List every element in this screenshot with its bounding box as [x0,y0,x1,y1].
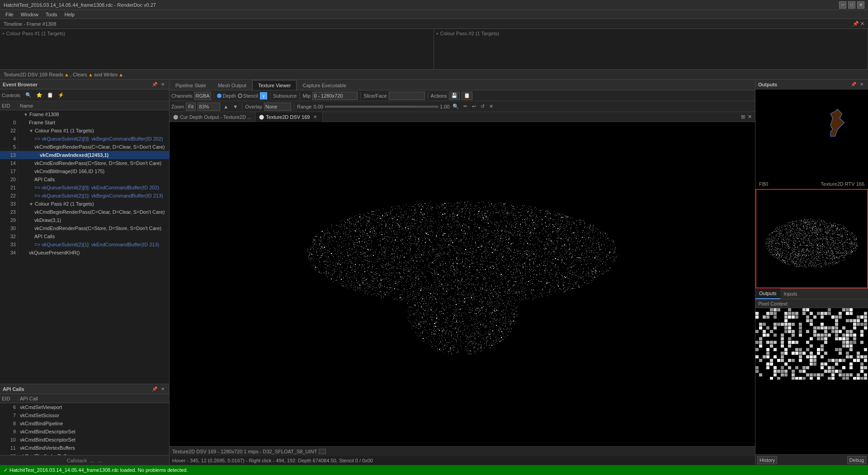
sub-tab-bar: ⬤ Cur Depth Output - Texture2D ... ⬤ Tex… [170,112,755,122]
range-edit-button[interactable]: ✏ [462,103,469,110]
menu-help[interactable]: Help [61,10,79,19]
event-table-header: EID Name [0,101,169,110]
api-row-8[interactable]: 8 vkCmdBindPipeline [0,419,169,428]
tab-mesh-output[interactable]: Mesh Output [212,80,252,90]
event-copy-button[interactable]: 📋 [46,92,55,99]
warn-icon-3: ▲ [118,72,123,77]
range-reset-button[interactable]: ↺ [479,103,486,110]
timeline-pin-icon[interactable]: 📌 ✕ [853,21,864,27]
debug-button[interactable]: Debug [847,456,866,464]
zoom-down-button[interactable]: ▼ [231,103,239,110]
texture-status-text: Texture2D DSV 169 - 1280x720 1 mips - D3… [172,449,317,454]
zoom-toolbar: Zoom Fit 83% ▲ ▼ Overlay None Range 0.00… [170,101,755,112]
outputs-pin-button[interactable]: 📌 [850,81,857,88]
event-row-0[interactable]: 0 Frame Start [0,118,169,127]
mip-label: Mip [302,93,311,99]
event-row-colour-pass-2[interactable]: 33 ▼ Colour Pass #2 (1 Targets) [0,200,169,208]
range-clear-button[interactable]: ✕ [488,103,495,110]
event-search-button[interactable]: 🔍 [24,92,33,99]
outputs-header: Outputs 📌 ✕ [755,80,868,89]
history-button[interactable]: History [757,456,777,464]
pixel-context-title: Pixel Context [758,301,788,306]
range-slider[interactable] [325,106,438,108]
toolbar-sep-6 [242,103,242,110]
event-row-17[interactable]: 17 vkCmdBlitImage(ID 166,ID 175) [0,167,169,175]
status-text: HatchitTest_2016.03.14_14.05.44_frame130… [9,467,188,473]
menu-file[interactable]: File [2,10,17,19]
zoom-select[interactable]: 83% [198,103,220,111]
event-row-23[interactable]: 23 vkCmdBeginRenderPass(C=Clear, D=Clear… [0,208,169,216]
outputs-close-button[interactable]: ✕ [858,81,865,88]
api-row-12[interactable]: 12 vkCmdBindIndexBuffer [0,452,169,455]
texture-expand-button[interactable]: ⊞ [740,113,746,120]
callstack-bar: Callstack ... ... [0,455,169,465]
stencil-value-btn[interactable]: y [260,92,267,99]
event-row-13[interactable]: 13 vkCmdDrawIndexed(12453,1) [0,151,169,159]
outputs-tab-inputs[interactable]: Inputs [780,288,801,299]
event-row-4[interactable]: 4 => vkQueueSubmit(2)[0]: vkBeginCommand… [0,135,169,143]
menu-tools[interactable]: Tools [42,10,61,19]
event-row-29[interactable]: 29 vkDraw(3,1) [0,216,169,224]
menu-window[interactable]: Window [17,10,42,19]
api-row-9[interactable]: 9 vkCmdBindDescriptorSet [0,428,169,436]
api-calls-title: API Calls [3,386,24,392]
toolbar-sep-4 [360,92,361,99]
right-panel: Outputs 📌 ✕ FB0 Texture2D RTV 166 Output… [755,80,868,465]
tab-capture-executable[interactable]: Capture Executable [297,80,352,90]
pixel-context-header: Pixel Context [755,299,868,308]
event-row-5[interactable]: 5 vkCmdBeginRenderPass(C=Clear, D=Clear,… [0,143,169,151]
event-browser-title: Event Browser [3,82,38,87]
fit-button[interactable]: Fit [186,103,196,111]
zoom-label: Zoom [171,104,184,109]
event-row-colour-pass-1[interactable]: 22 ▼ Colour Pass #1 (1 Targets) [0,127,169,135]
outputs-tab-outputs[interactable]: Outputs [755,288,780,299]
toolbar-sep-7 [294,103,294,110]
api-call-col-header: API Call [18,396,169,401]
overlay-select[interactable]: None [264,103,291,111]
minimize-button[interactable]: ─ [839,1,846,9]
event-filter-button[interactable]: ⚡ [57,92,66,99]
api-panel-close-button[interactable]: ✕ [159,386,166,393]
event-row-14[interactable]: 14 vkCmdEndRenderPass(C=Store, D=Store, … [0,159,169,167]
texture-panel-close-button[interactable]: ✕ [746,113,753,120]
depth-radio[interactable]: Depth [217,93,236,99]
event-bookmark-button[interactable]: ⭐ [35,92,44,99]
info-text-2: , Clears [70,72,87,77]
maximize-button[interactable]: □ [848,1,855,9]
outputs-panel-controls: 📌 ✕ [850,81,865,88]
app-title: HatchitTest_2016.03.14_14.05.44_frame130… [4,2,156,8]
sub-tab-close-button[interactable]: ✕ [311,113,319,121]
save-action-button[interactable]: 💾 [449,92,460,100]
sub-tab-dsv-169[interactable]: ⬤ Texture2D DSV 169 ✕ [255,112,323,122]
event-row-33[interactable]: 33 => vkQueueSubmit(2)[1]: vkEndCommandB… [0,240,169,249]
zoom-up-button[interactable]: ▲ [222,103,230,110]
close-button[interactable]: ✕ [857,1,864,9]
slice-face-select[interactable] [389,92,425,100]
tab-texture-viewer[interactable]: Texture Viewer [252,80,297,90]
slice-face-label: Slice/Face [363,93,387,99]
event-browser-close-button[interactable]: ✕ [159,81,166,88]
api-row-11[interactable]: 11 vkCmdBindVertexBuffers [0,444,169,452]
tab-pipeline-state[interactable]: Pipeline State [170,80,212,90]
main-tab-bar: Pipeline State Mesh Output Texture Viewe… [170,80,755,90]
api-panel-pin-button[interactable]: 📌 [151,386,158,393]
event-row-34[interactable]: 34 vkQueuePresentKHR() [0,249,169,257]
event-row-30[interactable]: 30 vkCmdEndRenderPass(C=Store, D=Store, … [0,224,169,232]
range-search-button[interactable]: 🔍 [451,103,460,110]
event-row-frame[interactable]: ▼ Frame #1308 [0,110,169,118]
outputs-tab-bar: Outputs Inputs [755,288,868,299]
event-row-32[interactable]: 32 API Calls [0,232,169,240]
event-browser-pin-button[interactable]: 📌 [151,81,158,88]
event-row-21[interactable]: 21 => vkQueueSubmit(2)[0]: vkEndCommandB… [0,183,169,192]
channels-select[interactable]: RGBA [194,92,211,100]
api-row-6[interactable]: 6 vkCmdSetViewport [0,403,169,411]
event-row-20[interactable]: 20 API Calls [0,175,169,183]
sub-tab-cur-depth[interactable]: ⬤ Cur Depth Output - Texture2D ... [170,112,255,122]
api-row-10[interactable]: 10 vkCmdBindDescriptorSet [0,436,169,444]
api-row-7[interactable]: 7 vkCmdSetScissor [0,411,169,419]
copy-action-button[interactable]: 📋 [462,92,472,100]
event-row-22[interactable]: 22 => vkQueueSubmit(2)[1]: vkBeginComman… [0,192,169,200]
mip-select[interactable]: 0 - 1280x720 [312,92,358,100]
range-undo-button[interactable]: ↩ [471,103,477,110]
stencil-radio[interactable]: Stencil [238,93,258,99]
